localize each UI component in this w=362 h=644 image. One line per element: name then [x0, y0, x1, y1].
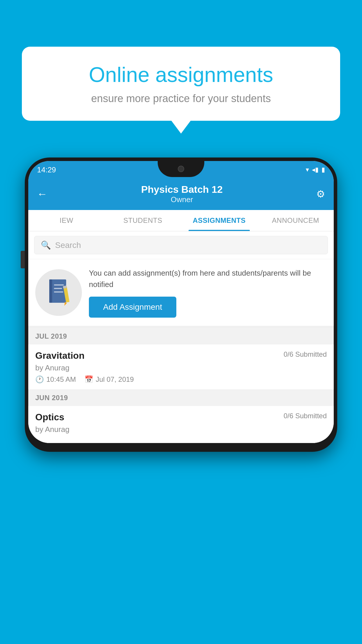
batch-title: Physics Batch 12 [141, 184, 223, 195]
info-description: You can add assignment(s) from here and … [89, 267, 327, 290]
info-text-area: You can add assignment(s) from here and … [89, 267, 327, 318]
time-meta: 🕐 10:45 AM [35, 375, 76, 384]
clock-icon: 🕐 [35, 375, 44, 384]
bubble-subtitle: ensure more practice for your students [39, 92, 323, 105]
battery-icon: ▮ [321, 166, 325, 174]
assignment-item-gravitation[interactable]: Gravitation 0/6 Submitted by Anurag 🕐 10… [28, 344, 334, 390]
search-container: 🔍 Search [28, 231, 334, 259]
speech-bubble-container: Online assignments ensure more practice … [22, 47, 340, 121]
settings-button[interactable]: ⚙ [316, 188, 325, 200]
status-icons: ▾ ◂▮ ▮ [306, 166, 325, 174]
header-center: Physics Batch 12 Owner [141, 184, 223, 204]
assignment-header-optics: Optics 0/6 Submitted [35, 412, 327, 423]
svg-rect-2 [54, 284, 64, 286]
notebook-svg-icon [46, 278, 71, 307]
tabs-bar: IEW STUDENTS ASSIGNMENTS ANNOUNCEM [28, 210, 334, 231]
search-input[interactable]: Search [55, 241, 81, 250]
notch [158, 161, 204, 177]
status-bar: 14:29 ▾ ◂▮ ▮ [28, 161, 334, 178]
month-separator-jul: JUL 2019 [28, 328, 334, 344]
svg-rect-4 [54, 291, 63, 293]
phone-screen: 14:29 ▾ ◂▮ ▮ ← Physics Batch 12 Owner ⚙ [28, 161, 334, 443]
assignment-item-optics[interactable]: Optics 0/6 Submitted by Anurag [28, 406, 334, 443]
notebook-icon-circle [35, 269, 82, 316]
bubble-title: Online assignments [39, 63, 323, 87]
back-button[interactable]: ← [37, 188, 48, 200]
wifi-icon: ▾ [306, 166, 309, 174]
assignment-author: by Anurag [35, 363, 327, 372]
speech-bubble: Online assignments ensure more practice … [22, 47, 340, 121]
date-value: Jul 07, 2019 [96, 375, 134, 384]
svg-rect-1 [49, 279, 52, 303]
tab-assignments[interactable]: ASSIGNMENTS [181, 210, 257, 231]
assignment-header: Gravitation 0/6 Submitted [35, 350, 327, 361]
assignment-title: Gravitation [35, 350, 85, 361]
search-icon: 🔍 [41, 240, 51, 250]
search-box[interactable]: 🔍 Search [34, 236, 328, 254]
calendar-icon: 📅 [85, 375, 93, 384]
phone-device: 14:29 ▾ ◂▮ ▮ ← Physics Batch 12 Owner ⚙ [25, 158, 337, 452]
date-meta: 📅 Jul 07, 2019 [85, 375, 134, 384]
svg-rect-3 [54, 288, 62, 289]
tab-students[interactable]: STUDENTS [105, 210, 181, 231]
camera-icon [178, 166, 184, 172]
month-separator-jun: JUN 2019 [28, 390, 334, 406]
assignment-meta: 🕐 10:45 AM 📅 Jul 07, 2019 [35, 375, 327, 384]
status-time: 14:29 [37, 165, 56, 174]
time-value: 10:45 AM [46, 375, 76, 384]
submitted-count: 0/6 Submitted [284, 350, 327, 358]
app-header: ← Physics Batch 12 Owner ⚙ [28, 178, 334, 210]
tab-overview[interactable]: IEW [28, 210, 105, 231]
assignment-author-optics: by Anurag [35, 425, 327, 434]
tab-announcements[interactable]: ANNOUNCEM [257, 210, 334, 231]
owner-label: Owner [141, 195, 223, 204]
phone-wrapper: 14:29 ▾ ◂▮ ▮ ← Physics Batch 12 Owner ⚙ [25, 158, 337, 452]
add-assignment-button[interactable]: Add Assignment [89, 297, 176, 318]
signal-icon: ◂▮ [312, 166, 319, 174]
submitted-count-optics: 0/6 Submitted [284, 412, 327, 420]
assignment-title-optics: Optics [35, 412, 64, 423]
info-card: You can add assignment(s) from here and … [28, 259, 334, 328]
